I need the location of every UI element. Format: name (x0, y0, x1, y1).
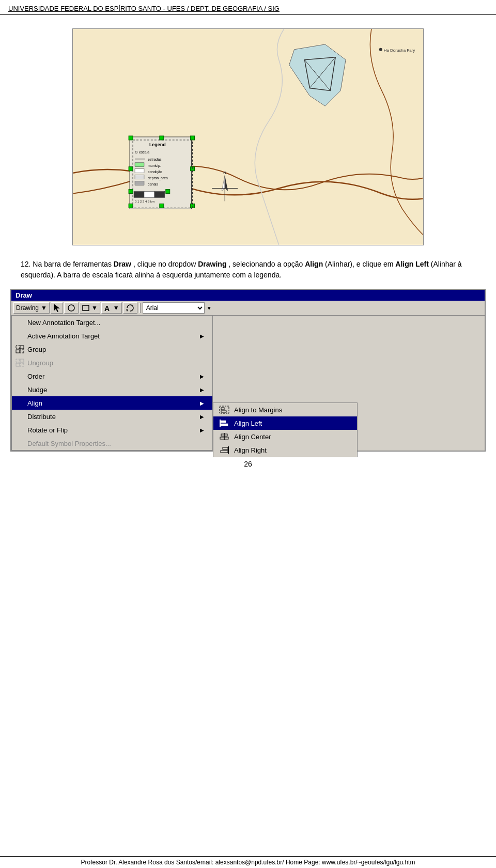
menu-item-ungroup: Ungroup (12, 356, 212, 369)
menu-item-active-annotation[interactable]: Active Annotation Target ▶ (12, 329, 212, 343)
svg-rect-51 (20, 359, 24, 362)
menu-label-ungroup: Ungroup (27, 359, 53, 367)
submenu-item-align-right[interactable]: Align Right (213, 443, 357, 457)
menu-item-nudge[interactable]: Nudge ▶ (12, 383, 212, 396)
svg-text:deprsn_área: deprsn_área (148, 176, 168, 180)
arrow-icon-rotate: ▶ (200, 427, 204, 433)
rect-tool-dropdown[interactable]: ▼ (80, 302, 100, 314)
svg-rect-50 (16, 359, 20, 362)
pointer-tool-button[interactable] (51, 302, 63, 314)
circle-icon (67, 304, 75, 312)
svg-rect-10 (191, 136, 195, 140)
drawing-label: Drawing (16, 304, 39, 312)
submenu-label-align-left: Align Left (234, 420, 262, 427)
map-container: Ha Dorusha Fary Legend ⊙ escala estradas… (72, 28, 424, 245)
svg-text:municip.: municip. (148, 164, 161, 168)
svg-rect-49 (20, 350, 24, 353)
menu-item-new-annotation[interactable]: New Annotation Target... (12, 316, 212, 329)
svg-rect-0 (73, 29, 423, 245)
footer-text: Professor Dr. Alexandre Rosa dos Santos/… (81, 859, 415, 866)
svg-point-42 (68, 305, 74, 311)
align-margins-icon (219, 405, 230, 414)
rect-dropdown-arrow: ▼ (91, 304, 98, 312)
text-tool-dropdown[interactable]: A ▼ (101, 302, 122, 314)
instruction-paragraph: 12. Na barra de ferramentas Draw , cliqu… (21, 259, 475, 281)
align-center-icon (219, 432, 230, 441)
submenu-item-align-center[interactable]: Align Center (213, 430, 357, 443)
menu-item-align[interactable]: Align ▶ (12, 396, 212, 410)
svg-rect-11 (129, 167, 133, 171)
arrow-icon-nudge: ▶ (200, 387, 204, 393)
font-dropdown-arrow: ▼ (207, 305, 212, 311)
menu-label-distribute: Distribute (27, 413, 56, 421)
svg-marker-45 (126, 309, 128, 312)
header: UNIVERSIDADE FEDERAL DO ESPÍRITO SANTO -… (0, 0, 496, 15)
align-right-icon (219, 445, 230, 455)
circle-tool-button[interactable] (64, 302, 79, 314)
menu-label-group: Group (27, 346, 46, 353)
svg-rect-48 (16, 350, 20, 353)
menu-label-new-annotation: New Annotation Target... (27, 319, 100, 327)
submenu-item-align-left[interactable]: Align Left (213, 416, 357, 430)
draw-titlebar: Draw (11, 290, 485, 301)
menu-item-group[interactable]: Group (12, 343, 212, 356)
svg-rect-43 (83, 305, 89, 311)
svg-rect-34 (129, 190, 133, 194)
paragraph-number: 12. (21, 260, 33, 268)
menu-item-distribute[interactable]: Distribute ▶ (12, 410, 212, 423)
svg-text:N: N (223, 171, 226, 175)
content-section: 12. Na barra de ferramentas Draw , cliqu… (0, 259, 496, 281)
svg-text:estradas: estradas (148, 158, 162, 161)
svg-rect-52 (16, 363, 20, 366)
svg-rect-30 (134, 191, 144, 197)
menu-label-active-annotation: Active Annotation Target (27, 332, 100, 340)
drawing-dropdown[interactable]: Drawing ▼ (13, 302, 50, 314)
arrow-icon-distribute: ▶ (200, 414, 204, 420)
svg-rect-65 (221, 451, 228, 453)
menu-item-default-symbol: Default Symbol Properties... (12, 437, 212, 450)
paragraph-text3: , selecionando a opção (228, 260, 305, 268)
arrow-icon-align: ▶ (200, 400, 204, 406)
text-dropdown-arrow: ▼ (113, 304, 119, 312)
align-keyword: Align (305, 260, 323, 268)
dropdown-arrow-icon: ▼ (41, 304, 47, 312)
svg-rect-25 (135, 175, 144, 179)
svg-rect-14 (160, 204, 164, 208)
footer: Professor Dr. Alexandre Rosa dos Santos/… (0, 856, 496, 868)
text-icon: A (104, 304, 111, 312)
svg-rect-31 (144, 191, 154, 197)
ungroup-icon (15, 359, 25, 367)
svg-rect-58 (221, 421, 226, 423)
svg-text:A: A (104, 304, 110, 312)
svg-rect-55 (221, 408, 224, 410)
svg-rect-13 (129, 204, 133, 208)
drawing-keyword: Drawing (198, 260, 226, 268)
submenu-item-align-margins[interactable]: Align to Margins (213, 403, 357, 416)
svg-text:canals: canals (148, 182, 159, 186)
menu-item-rotate[interactable]: Rotate or Flip ▶ (12, 423, 212, 437)
svg-rect-46 (16, 346, 20, 349)
svg-point-5 (379, 48, 382, 51)
svg-rect-23 (135, 169, 144, 173)
align-left-icon (219, 419, 230, 428)
menu-item-order[interactable]: Order ▶ (12, 369, 212, 383)
svg-rect-47 (20, 346, 24, 349)
submenu-label-align-right: Align Right (234, 446, 267, 454)
menu-label-nudge: Nudge (27, 386, 47, 394)
draw-toolbar: Drawing ▼ ▼ A ▼ (11, 301, 485, 316)
menu-label-order: Order (27, 373, 44, 380)
draw-section: Draw Drawing ▼ ▼ (10, 289, 486, 452)
align-submenu: Align to Margins Align Left (213, 402, 358, 457)
svg-rect-53 (20, 363, 24, 366)
main-menu: New Annotation Target... Active Annotati… (11, 316, 213, 451)
svg-marker-41 (54, 304, 60, 312)
refresh-button[interactable] (123, 302, 137, 314)
group-icon (15, 345, 25, 353)
font-select[interactable]: Arial (143, 302, 205, 314)
align-left-keyword: Align Left (395, 260, 429, 268)
svg-rect-9 (160, 136, 164, 140)
svg-rect-8 (129, 136, 133, 140)
arrow-icon-active-annotation: ▶ (200, 333, 204, 339)
draw-title: Draw (16, 291, 32, 299)
svg-text:⊙ escala: ⊙ escala (135, 150, 149, 154)
